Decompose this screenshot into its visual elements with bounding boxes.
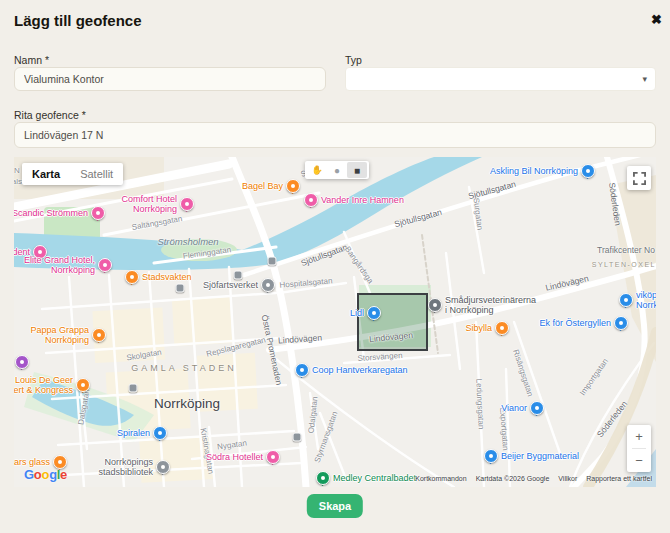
drawing-tools: ✋●■	[305, 161, 369, 179]
name-field[interactable]	[14, 67, 326, 91]
map-type-control: Karta Satellit	[22, 163, 123, 185]
geofence-map[interactable]: SaltängsgSjötullsgatanSjötullsgatanSjötu…	[14, 157, 656, 487]
poi-label: Norrköpings stadsbibliotek	[98, 457, 153, 477]
area-label-gamla-staden: GAMLA STADEN	[131, 363, 236, 373]
poi-marker-icon[interactable]	[261, 278, 275, 292]
poi-label: Stadsvakten	[142, 272, 192, 282]
poi-marker-icon[interactable]	[304, 193, 318, 207]
poi-marker-icon[interactable]	[15, 355, 29, 369]
poi-label: Smådjursveterinärerna i Norrköping	[445, 295, 536, 315]
draw-geofence-label: Rita geofence *	[14, 109, 86, 121]
poi-marker-icon[interactable]	[619, 293, 633, 307]
transit-icon	[129, 384, 138, 393]
attribution-item[interactable]: Rapportera ett kartfel	[586, 475, 652, 482]
draw-geofence-field[interactable]	[14, 122, 656, 148]
poi-label: Sibylla	[465, 323, 492, 333]
poi-label: Louis De Geer sert & Kongress	[14, 375, 73, 395]
zoom-control: + −	[627, 425, 651, 472]
poi-marker-icon[interactable]	[125, 270, 139, 284]
attribution-item: Kartdata ©2026 Google	[476, 475, 550, 482]
area-label-norrk-ping: Norrköping	[154, 396, 220, 411]
google-logo[interactable]: Google	[24, 467, 67, 482]
poi-label: Södra Hotellet	[206, 452, 263, 462]
zoom-out-button[interactable]: −	[627, 449, 651, 472]
poi-label: Ek för Östergyllen	[539, 318, 611, 328]
create-button[interactable]: Skapa	[307, 494, 363, 518]
attribution-item[interactable]: Kortkommandon	[415, 475, 466, 482]
poi-marker-icon[interactable]	[76, 378, 90, 392]
poi-label: Beijer Byggmaterial	[501, 451, 579, 461]
poi-label: Spiralen	[117, 428, 150, 438]
poi-label: vars glass	[14, 457, 50, 467]
poi-marker-icon[interactable]	[367, 306, 381, 320]
poi-marker-icon[interactable]	[530, 401, 544, 415]
area-label-sylten-oxelbe: SYLTEN-OXELBE	[592, 261, 656, 268]
poi-marker-icon[interactable]	[581, 164, 595, 178]
zoom-in-button[interactable]: +	[627, 425, 651, 448]
attribution-item[interactable]: Villkor	[558, 475, 577, 482]
map-type-satellit-button[interactable]: Satellit	[70, 163, 123, 185]
poi-marker-icon[interactable]	[92, 328, 106, 342]
poi-marker-icon[interactable]	[614, 316, 628, 330]
transit-icon	[176, 284, 185, 293]
page-title: Lägg till geofence	[14, 12, 142, 29]
pan-tool-icon[interactable]: ✋	[307, 162, 327, 178]
poi-marker-icon[interactable]	[266, 450, 280, 464]
poi-marker-icon[interactable]	[153, 426, 167, 440]
map-type-karta-button[interactable]: Karta	[22, 163, 70, 185]
poi-label: Pappa Grappa Norrköping	[30, 325, 89, 345]
poi-marker-icon[interactable]	[495, 321, 509, 335]
transit-icon	[234, 271, 243, 280]
poi-label: Askling Bil Norrköping	[490, 166, 578, 176]
fullscreen-button[interactable]	[627, 166, 651, 190]
chevron-down-icon: ▾	[642, 74, 647, 84]
poi-marker-icon[interactable]	[295, 363, 309, 377]
poi-marker-icon[interactable]	[484, 449, 498, 463]
poi-label: Medley Centralbadet	[333, 473, 416, 483]
poi-marker-icon[interactable]	[98, 258, 112, 272]
map-attribution: KortkommandonKartdata ©2026 GoogleVillko…	[415, 475, 652, 482]
google-logo-letter: G	[24, 467, 34, 482]
poi-label: Bagel Bay	[242, 181, 283, 191]
google-logo-letter: e	[60, 467, 67, 482]
poi-marker-icon[interactable]	[286, 179, 300, 193]
poi-marker-icon[interactable]	[316, 471, 330, 485]
type-label: Typ	[345, 54, 362, 66]
circle-tool-icon[interactable]: ●	[327, 162, 347, 178]
poi-marker-icon[interactable]	[156, 460, 170, 474]
geofence-rectangle[interactable]	[357, 293, 428, 351]
google-logo-letter: g	[49, 467, 57, 482]
poi-label: Elite Grand Hotel, Norrköping	[24, 255, 95, 275]
poi-label: viköp Norrk	[636, 290, 656, 310]
area-label-trafikcenter-no: Trafikcenter No	[597, 245, 655, 255]
poi-marker-icon[interactable]	[91, 206, 105, 220]
street-label-n: N	[14, 166, 20, 175]
poi-label: Vander Inre Hamnen	[321, 195, 404, 205]
poi-label: Scandic Strömmen	[14, 208, 88, 218]
close-icon[interactable]: ✖	[651, 12, 662, 27]
poi-label: Comfort Hotel Norrköping	[121, 194, 177, 214]
poi-marker-icon[interactable]	[180, 197, 194, 211]
poi-marker-icon[interactable]	[428, 298, 442, 312]
type-select[interactable]: ▾	[345, 67, 656, 91]
poi-label: Coop Hantverkaregatan	[312, 365, 408, 375]
add-geofence-modal: Lägg till geofence ✖ Namn * Typ ▾ Rita g…	[0, 0, 670, 533]
poi-label: Vianor	[501, 403, 527, 413]
poi-label: Sjöfartsverket	[203, 280, 258, 290]
rectangle-tool-icon[interactable]: ■	[347, 162, 367, 178]
poi-label: Lidl	[350, 308, 364, 318]
area-label-str-msholmen: Strömsholmen	[157, 236, 218, 247]
transit-icon	[268, 257, 277, 266]
google-logo-letter: o	[41, 467, 49, 482]
fullscreen-icon	[633, 172, 646, 185]
transit-icon	[293, 433, 302, 442]
name-label: Namn *	[14, 54, 49, 66]
